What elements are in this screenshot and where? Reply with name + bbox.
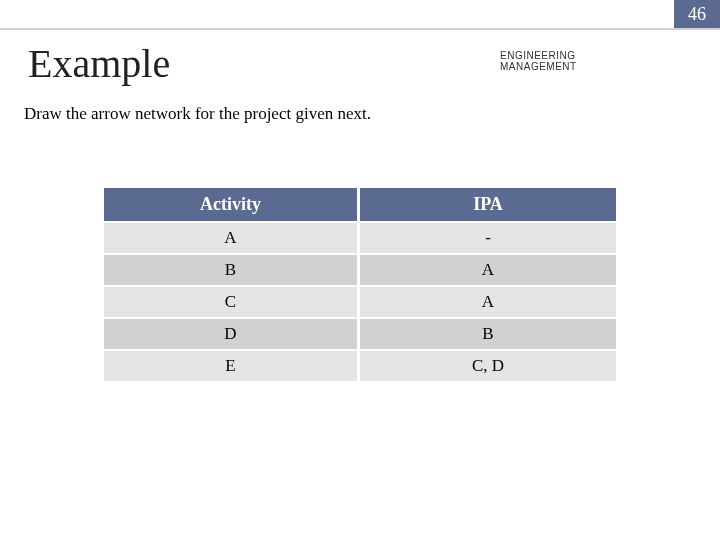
table-row: D B [104, 317, 616, 349]
cell-activity: A [104, 221, 360, 253]
table-row: B A [104, 253, 616, 285]
department-line-1: ENGINEERING [500, 50, 576, 61]
table-row: E C, D [104, 349, 616, 381]
header-rule [0, 28, 720, 30]
cell-activity: B [104, 253, 360, 285]
cell-ipa: A [360, 253, 616, 285]
table-row: A - [104, 221, 616, 253]
department-label: ENGINEERING MANAGEMENT [500, 50, 577, 72]
slide-title: Example [28, 40, 170, 87]
cell-activity: C [104, 285, 360, 317]
table-row: C A [104, 285, 616, 317]
department-line-2: MANAGEMENT [500, 61, 577, 72]
slide-subtitle: Draw the arrow network for the project g… [24, 104, 371, 124]
cell-ipa: B [360, 317, 616, 349]
cell-activity: D [104, 317, 360, 349]
table-header-row: Activity IPA [104, 188, 616, 221]
cell-ipa: A [360, 285, 616, 317]
cell-ipa: - [360, 221, 616, 253]
header-activity: Activity [104, 188, 360, 221]
cell-ipa: C, D [360, 349, 616, 381]
header-ipa: IPA [360, 188, 616, 221]
activity-table: Activity IPA A - B A C A D [104, 188, 616, 381]
page-number: 46 [674, 0, 720, 28]
cell-activity: E [104, 349, 360, 381]
